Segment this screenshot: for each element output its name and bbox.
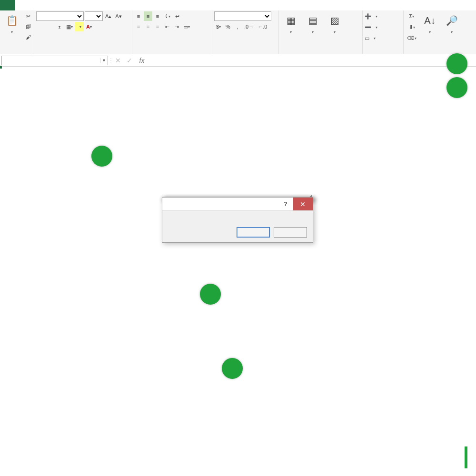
dialog-ok-button[interactable] — [237, 227, 270, 238]
underline-button[interactable] — [55, 22, 64, 31]
dialog-help-button[interactable]: ? — [278, 201, 293, 208]
font-family-select[interactable] — [36, 11, 84, 21]
sort-filter-button[interactable]: A↓ — [420, 11, 440, 37]
file-tab[interactable] — [0, 0, 15, 10]
accounting-format-button[interactable]: $ — [214, 22, 223, 31]
conditional-formatting-label — [290, 29, 292, 35]
formula-input[interactable] — [149, 56, 476, 65]
cell-styles-label — [334, 29, 336, 35]
format-cells-icon: ▭ — [365, 35, 369, 41]
align-left-button[interactable]: ≡ — [134, 22, 143, 31]
format-as-table-button[interactable]: ▤ — [303, 11, 323, 37]
italic-button[interactable] — [46, 22, 54, 31]
sort-filter-label — [429, 29, 431, 35]
wrap-text-button[interactable]: ↩ — [173, 11, 181, 21]
goto-special-dialog: ? ✕ — [162, 197, 313, 243]
selection-rectangle — [0, 67, 2, 69]
delete-cells-button[interactable] — [372, 22, 381, 32]
decrease-indent-button[interactable]: ⇤ — [163, 22, 171, 31]
clipboard-icon: 📋 — [5, 13, 19, 28]
format-painter-button[interactable]: 🖌 — [24, 32, 32, 42]
bold-button[interactable] — [36, 22, 45, 31]
orientation-button[interactable]: ⤹ — [163, 11, 172, 21]
find-select-label — [451, 29, 453, 35]
font-color-button[interactable]: A — [85, 22, 93, 31]
formula-bar-row: ▼ ✕ ✓ fx — [0, 54, 476, 67]
enter-formula-button[interactable]: ✓ — [124, 57, 135, 64]
cancel-formula-button[interactable]: ✕ — [112, 57, 124, 64]
cut-button[interactable]: ✂ — [24, 11, 32, 21]
format-as-table-label — [312, 29, 314, 35]
group-cells-label — [365, 52, 401, 54]
align-middle-button[interactable]: ≡ — [144, 11, 152, 21]
decrease-decimal-button[interactable]: ←.0 — [256, 22, 268, 31]
autosum-button[interactable]: Σ — [406, 11, 418, 21]
fill-button[interactable]: ⬇ — [406, 22, 418, 32]
ribbon: 📋 ✂ 🗐 🖌 A▴ A▾ ▦ — [0, 10, 476, 54]
name-box-dropdown[interactable]: ▼ — [100, 58, 108, 63]
logo-line2 — [465, 444, 468, 468]
user-name — [466, 0, 476, 10]
increase-indent-button[interactable]: ⇥ — [172, 22, 181, 31]
increase-font-button[interactable]: A▴ — [104, 11, 113, 21]
professor-excel-logo — [465, 444, 468, 468]
ribbon-tabs — [0, 0, 476, 10]
group-editing-label — [406, 52, 474, 54]
percent-format-button[interactable]: % — [224, 22, 232, 31]
number-format-select[interactable] — [214, 11, 271, 21]
step-badge-1 — [91, 146, 112, 167]
format-as-table-icon: ▤ — [306, 13, 320, 28]
group-styles-label — [281, 52, 360, 54]
comma-format-button[interactable]: , — [233, 22, 242, 31]
fill-color-button[interactable] — [75, 22, 84, 31]
sort-filter-icon: A↓ — [423, 13, 437, 28]
insert-function-button[interactable]: fx — [135, 57, 149, 64]
conditional-formatting-icon: ▦ — [284, 13, 298, 28]
decrease-font-button[interactable]: A▾ — [114, 11, 123, 21]
name-box[interactable]: ▼ — [1, 56, 108, 65]
copy-button[interactable]: 🗐 — [24, 22, 32, 31]
step-badge-4 — [200, 284, 221, 305]
find-select-icon: 🔎 — [445, 13, 459, 28]
paste-button[interactable]: 📋 — [2, 11, 22, 37]
font-size-select[interactable] — [85, 11, 103, 21]
conditional-formatting-button[interactable]: ▦ — [281, 11, 301, 37]
dialog-cancel-button[interactable] — [274, 227, 307, 238]
step-badge-5 — [222, 358, 243, 379]
cell-styles-button[interactable]: ▨ — [325, 11, 345, 37]
align-center-button[interactable]: ≡ — [144, 22, 152, 31]
align-top-button[interactable]: ≡ — [134, 11, 143, 21]
align-bottom-button[interactable]: ≡ — [153, 11, 162, 21]
insert-cells-button[interactable] — [372, 11, 381, 21]
cell-styles-icon: ▨ — [327, 13, 342, 28]
clear-button[interactable]: ⌫ — [406, 33, 418, 43]
align-right-button[interactable]: ≡ — [153, 22, 162, 31]
step-badge-3 — [446, 77, 467, 98]
format-cells-button[interactable] — [370, 33, 379, 43]
borders-button[interactable]: ▦ — [65, 22, 74, 31]
paste-label — [11, 29, 13, 35]
dialog-close-button[interactable]: ✕ — [293, 198, 313, 210]
find-select-button[interactable]: 🔎 — [442, 11, 462, 37]
delete-cells-icon: ➖ — [365, 24, 371, 30]
step-badge-2 — [446, 53, 467, 74]
merge-button[interactable]: ▭ — [182, 22, 191, 31]
insert-cells-icon: ➕ — [365, 13, 371, 20]
increase-decimal-button[interactable]: .0→ — [243, 22, 255, 31]
